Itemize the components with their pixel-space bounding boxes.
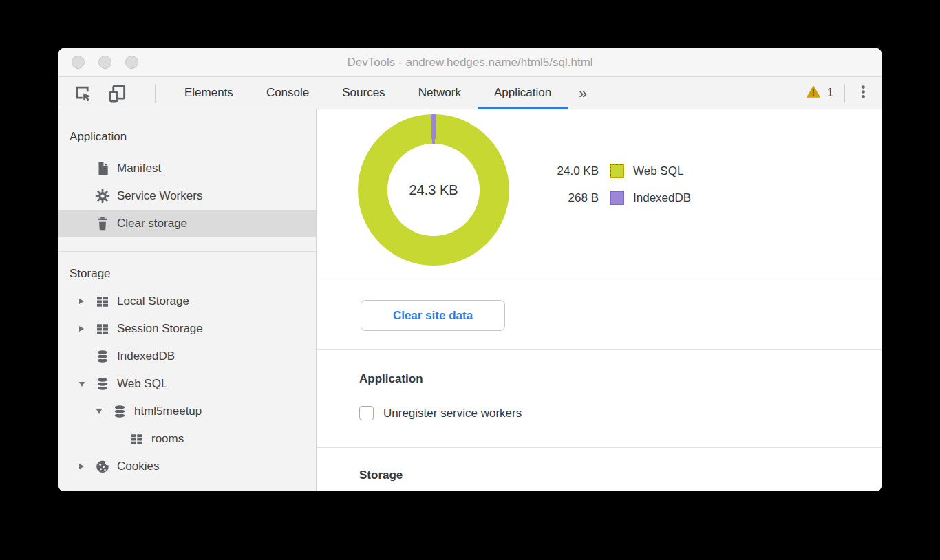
- sidebar-item-label: Service Workers: [117, 189, 202, 203]
- devtools-menu-button[interactable]: [845, 85, 870, 102]
- unregister-service-workers-label: Unregister service workers: [383, 407, 522, 420]
- storage-section-title: Storage: [359, 469, 882, 482]
- sidebar-item-label: IndexedDB: [117, 349, 175, 363]
- legend-row-indexeddb: 268 BIndexedDB: [523, 184, 691, 211]
- sidebar-item-session-storage[interactable]: Session Storage: [58, 315, 316, 343]
- file-icon: [94, 160, 111, 177]
- sidebar-item-label: Cookies: [117, 460, 159, 473]
- legend-value: 24.0 KB: [523, 164, 599, 178]
- application-panel-body: ApplicationManifestService WorkersClear …: [58, 109, 882, 491]
- table-icon: [129, 431, 145, 447]
- application-sidebar: ApplicationManifestService WorkersClear …: [58, 109, 317, 491]
- sidebar-item-indexeddb[interactable]: IndexedDB: [58, 343, 316, 370]
- legend-swatch-icon: [610, 191, 624, 205]
- legend-row-web-sql: 24.0 KBWeb SQL: [523, 158, 691, 184]
- tab-application[interactable]: Application: [478, 77, 568, 109]
- sidebar-item-label: html5meetup: [134, 405, 202, 418]
- sidebar-item-rooms[interactable]: rooms: [58, 425, 316, 453]
- storage-usage-legend: 24.0 KBWeb SQL268 BIndexedDB: [523, 158, 691, 211]
- table-icon: [94, 293, 111, 310]
- disclosure-triangle-icon[interactable]: [79, 299, 84, 304]
- disclosure-slot: [79, 382, 94, 387]
- sidebar-item-label: Manifest: [117, 162, 161, 175]
- sidebar-item-label: Web SQL: [117, 377, 167, 391]
- zoom-window-button[interactable]: [125, 56, 138, 69]
- disclosure-triangle-icon[interactable]: [96, 409, 102, 414]
- trash-icon: [94, 215, 111, 232]
- sidebar-item-html5meetup[interactable]: html5meetup: [58, 398, 316, 425]
- warning-count: 1: [827, 87, 833, 99]
- application-section-title: Application: [359, 372, 882, 386]
- table-icon: [94, 321, 111, 337]
- disclosure-slot: [79, 326, 94, 332]
- toolbar-separator: [155, 84, 156, 103]
- close-window-button[interactable]: [72, 56, 85, 69]
- sidebar-item-manifest[interactable]: Manifest: [58, 155, 316, 182]
- tab-sources[interactable]: Sources: [325, 77, 401, 109]
- storage-usage-chart-section: 24.3 KB 24.0 KBWeb SQL268 BIndexedDB: [317, 109, 882, 277]
- clear-site-data-section: Clear site data: [317, 277, 882, 350]
- tab-console[interactable]: Console: [250, 77, 325, 109]
- gear-icon: [94, 188, 111, 204]
- disclosure-triangle-icon[interactable]: [79, 382, 85, 387]
- sidebar-item-local-storage[interactable]: Local Storage: [58, 288, 316, 315]
- clear-storage-pane: 24.3 KB 24.0 KBWeb SQL268 BIndexedDB Cle…: [317, 109, 882, 491]
- sidebar-item-service-workers[interactable]: Service Workers: [58, 182, 316, 210]
- sidebar-item-label: Session Storage: [117, 322, 203, 336]
- legend-label: IndexedDB: [633, 191, 691, 205]
- minimize-window-button[interactable]: [98, 56, 111, 69]
- title-bar[interactable]: DevTools - andrew.hedges.name/html5/sql.…: [58, 48, 882, 77]
- storage-total-label: 24.3 KB: [387, 144, 480, 236]
- traffic-lights: [72, 48, 138, 76]
- tab-elements[interactable]: Elements: [168, 77, 250, 109]
- sidebar-item-label: Local Storage: [117, 294, 189, 308]
- inspect-element-icon[interactable]: [72, 83, 93, 103]
- sidebar-section-divider: [58, 251, 316, 252]
- disclosure-slot: [79, 464, 94, 469]
- sidebar-section-title-application: Application: [58, 123, 316, 151]
- more-tabs-button[interactable]: »: [568, 85, 598, 101]
- sidebar-item-cookies[interactable]: Cookies: [58, 453, 316, 480]
- panel-tabs: ElementsConsoleSourcesNetworkApplication: [168, 77, 568, 109]
- toolbar-left-icons: [58, 83, 156, 103]
- warning-icon: [806, 85, 821, 101]
- console-warnings-button[interactable]: 1: [806, 85, 844, 101]
- database-icon: [94, 376, 111, 392]
- sidebar-section-title-storage: Storage: [58, 260, 316, 288]
- toolbar-right: 1: [806, 84, 882, 103]
- devtools-window: DevTools - andrew.hedges.name/html5/sql.…: [58, 48, 882, 491]
- disclosure-slot: [96, 409, 111, 414]
- legend-value: 268 B: [523, 191, 599, 205]
- sidebar-item-clear-storage[interactable]: Clear storage: [58, 210, 316, 237]
- unregister-service-workers-row[interactable]: Unregister service workers: [359, 406, 882, 420]
- legend-label: Web SQL: [633, 164, 683, 178]
- database-icon: [111, 403, 128, 420]
- clear-site-data-button[interactable]: Clear site data: [361, 300, 505, 331]
- kebab-menu-icon: [856, 85, 870, 102]
- database-icon: [94, 348, 111, 365]
- storage-options-section: Storage: [317, 448, 882, 491]
- legend-swatch-icon: [610, 164, 624, 178]
- sidebar-item-label: Clear storage: [117, 217, 187, 230]
- storage-usage-donut-chart: 24.3 KB: [358, 114, 509, 266]
- devtools-toolbar: ElementsConsoleSourcesNetworkApplication…: [58, 77, 882, 109]
- sidebar-item-web-sql[interactable]: Web SQL: [58, 370, 316, 398]
- sidebar-item-label: rooms: [151, 432, 184, 446]
- application-options-section: Application Unregister service workers: [317, 350, 882, 448]
- unregister-service-workers-checkbox[interactable]: [359, 406, 374, 420]
- tab-network[interactable]: Network: [402, 77, 478, 109]
- disclosure-triangle-icon[interactable]: [79, 326, 84, 332]
- disclosure-slot: [79, 299, 94, 304]
- window-title: DevTools - andrew.hedges.name/html5/sql.…: [347, 56, 592, 69]
- cookie-icon: [94, 458, 111, 475]
- device-toolbar-icon[interactable]: [107, 83, 127, 103]
- disclosure-triangle-icon[interactable]: [79, 464, 84, 469]
